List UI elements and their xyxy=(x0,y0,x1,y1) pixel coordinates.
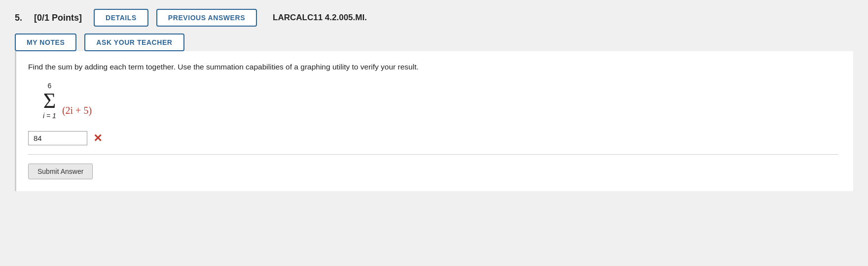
summation-block: 6 Σ i = 1 (2i + 5) xyxy=(43,82,838,119)
top-bar: 5. [0/1 Points] DETAILS PREVIOUS ANSWERS… xyxy=(15,9,853,27)
answer-row: ✕ xyxy=(28,131,838,145)
answer-input[interactable] xyxy=(28,131,87,145)
question-points: [0/1 Points] xyxy=(34,13,82,23)
submit-answer-button[interactable]: Submit Answer xyxy=(28,164,93,179)
sigma-symbol: Σ xyxy=(43,90,56,112)
sigma-container: 6 Σ i = 1 xyxy=(43,82,56,119)
summation-expression: (2i + 5) xyxy=(62,105,92,116)
sigma-upper: 6 xyxy=(48,82,52,89)
sigma-lower: i = 1 xyxy=(43,112,56,119)
my-notes-button[interactable]: MY NOTES xyxy=(15,33,76,51)
divider xyxy=(28,154,838,155)
second-row: MY NOTES ASK YOUR TEACHER xyxy=(15,33,853,51)
details-button[interactable]: DETAILS xyxy=(94,9,148,27)
main-content-box: Find the sum by adding each term togethe… xyxy=(15,51,853,191)
previous-answers-button[interactable]: PREVIOUS ANSWERS xyxy=(156,9,257,27)
problem-instruction: Find the sum by adding each term togethe… xyxy=(28,61,838,72)
ask-teacher-button[interactable]: ASK YOUR TEACHER xyxy=(84,33,184,51)
question-number: 5. xyxy=(15,13,22,23)
problem-id: LARCALC11 4.2.005.MI. xyxy=(273,13,367,23)
wrong-icon: ✕ xyxy=(93,132,102,145)
page-wrapper: 5. [0/1 Points] DETAILS PREVIOUS ANSWERS… xyxy=(0,0,868,266)
